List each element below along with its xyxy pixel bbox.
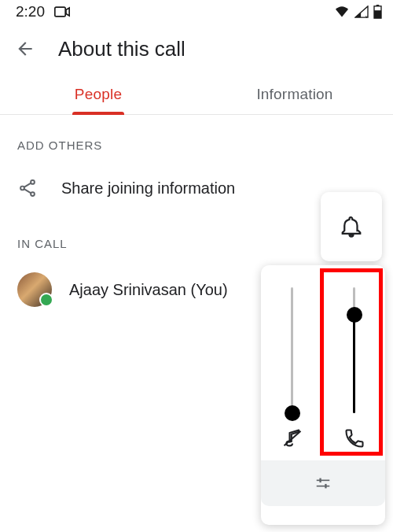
call-volume-slider[interactable] [323,272,385,460]
svg-point-5 [31,180,35,184]
status-bar: 2:20 x [0,0,393,24]
arrow-left-icon [15,39,35,59]
svg-text:x: x [365,14,368,18]
call-slider-fill [353,315,355,413]
svg-rect-4 [374,10,381,18]
wifi-icon [334,6,350,18]
media-slider-thumb[interactable] [285,405,300,421]
notification-toggle-card[interactable] [321,192,382,261]
header: About this call [0,24,393,74]
camera-indicator-icon [54,6,70,17]
svg-rect-13 [319,478,321,483]
svg-line-9 [24,189,31,193]
media-muted-icon [281,423,303,454]
battery-icon [373,5,382,19]
media-volume-slider[interactable] [261,272,323,460]
svg-point-6 [20,187,24,190]
volume-settings-button[interactable] [261,460,385,506]
volume-panel [261,265,385,525]
svg-point-7 [31,192,35,196]
cell-signal-icon: x [354,6,369,18]
tab-bar: People Information [0,74,393,115]
svg-rect-0 [55,7,65,17]
tab-people[interactable]: People [0,74,196,114]
sliders-icon [314,475,332,492]
svg-line-8 [24,183,31,187]
bell-icon [340,215,363,238]
share-icon [17,178,39,198]
avatar [17,272,52,307]
status-time: 2:20 [16,3,45,20]
section-add-others: ADD OTHERS [0,115,393,163]
back-button[interactable] [14,38,36,60]
page-title: About this call [58,37,185,61]
tab-information[interactable]: Information [196,74,393,114]
call-slider-thumb[interactable] [347,307,362,323]
svg-rect-14 [325,484,326,489]
phone-icon [343,423,365,454]
